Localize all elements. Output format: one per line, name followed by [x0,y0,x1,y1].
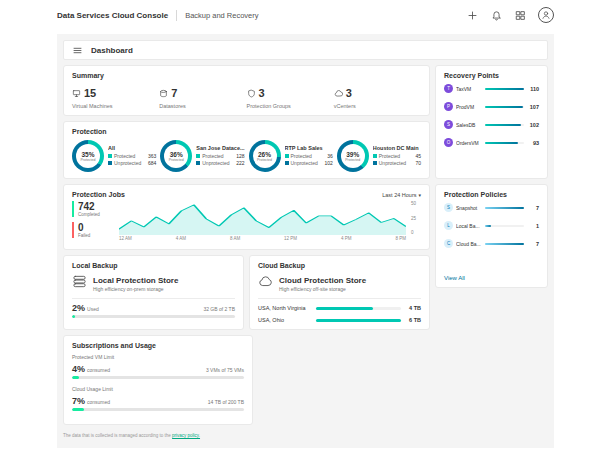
local-used-percent: 2% [72,303,85,313]
recovery-point-row-name: SalesDB [456,122,482,128]
donut-caption: Protected [169,158,184,162]
usage-percent: 4% [72,364,85,374]
recovery-point-row-name: OrdersVM [456,140,482,146]
cloud-locations-list: USA, North Virginia4 TBUSA, Ohio6 TB [258,305,421,323]
protection-donut: 35%Protected [72,140,104,172]
recovery-point-row-name: ProdVM [456,104,482,110]
legend-protected: Protected36 [285,153,333,159]
recovery-point-row-icon: T [444,84,453,93]
divider [72,298,235,299]
subscription-item: Cloud Usage Limit7%consumed14 TB of 200 … [72,386,244,411]
protection-policies-card: Protection Policies SSnapshot7LLocal Ba.… [435,184,548,288]
local-backup-card: Local Backup Local Protection Store High… [63,255,244,330]
donut-caption: Protected [257,158,272,162]
x-tick-label: 12 AM [119,236,132,241]
stat-label: Virtual Machines [72,103,159,109]
stat-label: vCenters [334,103,421,109]
x-tick-label: 12 PM [284,236,297,241]
donut-percent: 36% [170,151,183,158]
dashboard-bar: Dashboard [63,40,548,60]
recovery-points-list: TTaxVM110PProdVM107SSalesDB102OOrdersVM9… [444,84,539,147]
cloud-backup-card: Cloud Backup Cloud Protection Store High… [249,255,430,330]
local-usage-fill [72,315,75,318]
cloud-location-bar [316,307,373,310]
local-usage: 2% Used 32 GB of 2 TB [72,303,235,313]
summary-stat: 15Virtual Machines [72,84,159,109]
recovery-point-row-count: 93 [527,140,539,146]
stat-label: Datastores [159,103,246,109]
protection-groups: 35%ProtectedAllProtected363Unprotected68… [72,140,421,172]
privacy-text: The data that is collected is managed ac… [63,433,171,438]
summary-card: Summary 15Virtual Machines7Datastores3Pr… [63,65,430,116]
privacy-footer: The data that is collected is managed ac… [63,433,430,438]
cloud-location-name: USA, Ohio [258,317,312,323]
y-tick-label: 0 [411,230,421,235]
summary-stat: 3vCenters [334,84,421,109]
policy-row-icon: L [444,221,453,230]
protection-jobs-title: Protection Jobs [72,191,125,198]
policy-row: SSnapshot7 [444,203,539,212]
recovery-points-title: Recovery Points [444,72,539,79]
stat-value: 3 [259,87,265,99]
cloud-store-subtitle: High efficiency off-site storage [279,286,366,292]
protection-group-name: San Jose Datace... [196,145,244,151]
donut-percent: 35% [81,151,94,158]
usage-consumed-label: consumed [87,399,110,405]
protection-group: 39%ProtectedHouston DC MainProtected45Un… [337,140,421,172]
recovery-point-row-icon: O [444,138,453,147]
unprotected-swatch [285,161,289,165]
cloud-location-bar [316,319,401,322]
privacy-policy-link[interactable]: privacy policy. [172,433,200,438]
apps-grid-icon[interactable] [514,9,527,22]
policy-row-bar [485,225,491,227]
jobs-y-labels: 50250 [411,201,421,235]
main-content: Dashboard Summary 15Virtual Machines7Dat… [57,34,554,448]
left-column: Summary 15Virtual Machines7Datastores3Pr… [63,65,430,438]
local-store-name: Local Protection Store [93,276,178,285]
disk-stack-icon [72,274,87,293]
subscription-name: Protected VM Limit [72,354,244,360]
section-title: Backup and Recovery [185,11,258,20]
subscription-name: Cloud Usage Limit [72,386,244,392]
recovery-point-row-bar [485,88,524,90]
donut-caption: Protected [81,158,96,162]
cloud-location-value: 6 TB [405,317,421,323]
policy-row-icon: C [444,239,453,248]
recovery-point-row-count: 110 [527,86,539,92]
header-divider [176,10,177,21]
x-tick-label: 4 PM [341,236,352,241]
user-avatar[interactable] [538,7,554,23]
legend-unprotected: Unprotected70 [373,160,421,166]
recovery-point-row: SSalesDB102 [444,120,539,129]
spacer [258,335,430,425]
protection-card: Protection 35%ProtectedAllProtected363Un… [63,121,430,179]
protection-group: 26%ProtectedRTP Lab SalesProtected36Unpr… [249,140,333,172]
cloud-backup-title: Cloud Backup [258,262,421,269]
notifications-bell-icon[interactable] [490,9,503,22]
legend-unprotected: Unprotected684 [108,160,156,166]
protected-swatch [373,154,377,158]
x-tick-label: 8 AM [230,236,240,241]
protection-jobs-card: Protection Jobs Last 24 Hours ▾ 742 Comp… [63,184,430,250]
time-range-selector[interactable]: Last 24 Hours ▾ [382,192,421,198]
backup-row: Local Backup Local Protection Store High… [63,255,430,330]
summary-stats: 15Virtual Machines7Datastores3Protection… [72,84,421,109]
view-all-link[interactable]: View All [444,263,539,281]
protection-group: 35%ProtectedAllProtected363Unprotected68… [72,140,156,172]
summary-title: Summary [72,72,421,79]
policy-row-name: Snapshot [456,205,482,211]
protection-group-name: Houston DC Main [373,145,421,151]
x-tick-label: 8 PM [395,236,406,241]
protection-donut: 39%Protected [337,140,369,172]
menu-icon[interactable] [71,44,84,57]
recovery-point-row-name: TaxVM [456,86,482,92]
donut-percent: 39% [346,151,359,158]
protection-donut: 26%Protected [249,140,281,172]
policy-row: LLocal Ba...1 [444,221,539,230]
recovery-point-row: PProdVM107 [444,102,539,111]
add-icon[interactable] [466,9,479,22]
protection-title: Protection [72,128,421,135]
cloud-store: Cloud Protection Store High efficiency o… [258,274,421,293]
local-store: Local Protection Store High efficiency o… [72,274,235,293]
recovery-point-row-count: 102 [527,122,539,128]
